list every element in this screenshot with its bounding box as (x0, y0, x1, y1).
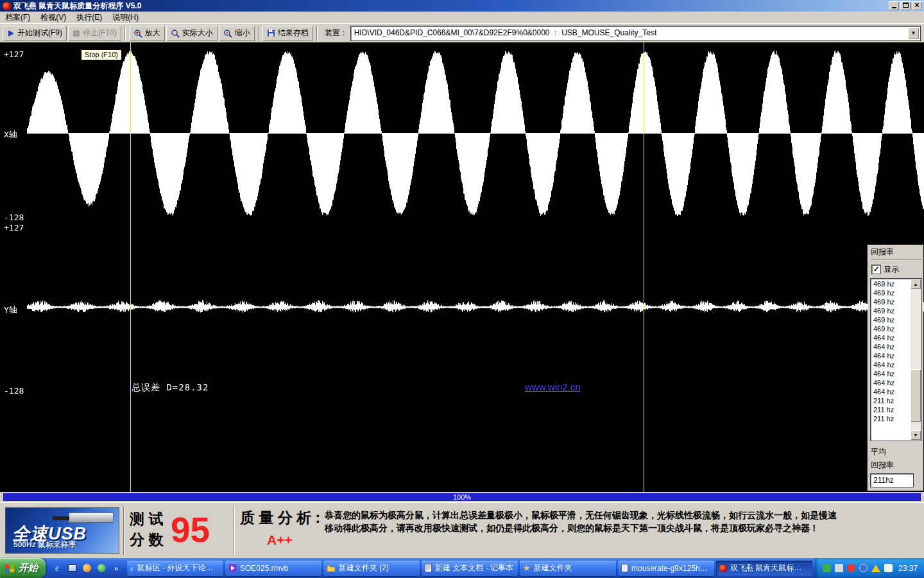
rate-item[interactable]: 469 hz (871, 315, 911, 324)
average-rate-value: 211hz (871, 474, 913, 487)
tray-icon-4[interactable] (859, 564, 868, 572)
clock[interactable]: 23:37 (898, 564, 918, 573)
close-icon: × (912, 1, 922, 10)
device-value: HID\VID_046D&PID_C066&MI_00\7&D92E2F9%0&… (352, 28, 908, 39)
star-icon: ★ (523, 563, 531, 573)
task-button-browser[interactable]: e 鼠标区 - 外设天下论… (127, 561, 223, 576)
menu-file[interactable]: 档案(F) (0, 12, 35, 24)
close-button[interactable]: × (912, 1, 922, 10)
rate-item[interactable]: 211 hz (871, 405, 911, 414)
rate-item[interactable]: 469 hz (871, 306, 911, 315)
x-axis-max-label: +127 (4, 49, 24, 59)
rate-item[interactable]: 464 hz (871, 387, 911, 396)
task-button-mouserate[interactable]: mouserate-g9x125hz… (618, 561, 714, 576)
y-axis-max-label: +127 (4, 223, 24, 232)
watermark-link[interactable]: www.win2.cn (525, 381, 581, 392)
tray-icon-3[interactable] (847, 564, 855, 572)
quicklaunch-messenger-icon[interactable] (98, 564, 106, 572)
result-panel: 全速USB 500Hz 鼠标采样率 测 试 分 数 95 质 量 分 析 : A… (0, 502, 924, 558)
menu-run[interactable]: 执行(E) (71, 12, 107, 24)
chevron-down-icon[interactable]: ▼ (908, 28, 919, 39)
save-icon (267, 29, 275, 37)
task-button-folder-2[interactable]: 新建文件夹 (2) (323, 561, 420, 576)
toolbar-separator (258, 26, 259, 40)
tray-icon-1[interactable] (823, 564, 831, 572)
rate-item[interactable]: 211 hz (871, 414, 911, 423)
task-button-notepad[interactable]: 新建 文本文档 - 记事本 (422, 561, 518, 576)
task-button-media-file[interactable]: SOE025.rmvb (225, 561, 321, 576)
rate-item[interactable]: 464 hz (871, 378, 911, 387)
list-scrollbar[interactable]: ▲ ▼ (911, 279, 921, 440)
zoom-out-label: 缩小 (235, 28, 250, 39)
menu-help[interactable]: 说明(H) (107, 12, 144, 24)
usb-banner: 全速USB 500Hz 鼠标采样率 (5, 507, 119, 554)
score-caption-2: 分 数 (130, 530, 163, 550)
device-combobox[interactable]: HID\VID_046D&PID_C066&MI_00\7&D92E2F9%0&… (351, 26, 920, 40)
analysis-line-1: 恭喜您的鼠标为极高分鼠，计算出总误差量极极小，鼠标极平滑，无任何锯齿现象，光标线… (325, 509, 921, 521)
x-axis-min-label: -128 (4, 213, 24, 222)
menu-view[interactable]: 检视(V) (35, 12, 71, 24)
rate-item[interactable]: 464 hz (871, 360, 911, 369)
device-label: 装置： (325, 28, 348, 39)
quicklaunch-media-icon[interactable] (83, 564, 91, 572)
task-button-folder[interactable]: ★ 新建文件夹 (520, 561, 616, 576)
stop-button[interactable]: 停止(F10) (68, 26, 121, 41)
scroll-up-icon[interactable]: ▲ (911, 279, 921, 289)
rate-item[interactable]: 211 hz (871, 396, 911, 405)
divider (123, 506, 124, 555)
waveform-plot: +127 X轴 -128 +127 Y轴 -128 总误差 D=28.32 ww… (0, 42, 924, 492)
stop-label: 停止(F10) (83, 28, 117, 39)
y-axis-label: Y轴 (4, 304, 17, 316)
rate-item[interactable]: 464 hz (871, 342, 911, 351)
rate-item[interactable]: 464 hz (871, 333, 911, 342)
scroll-down-icon[interactable]: ▼ (911, 430, 921, 440)
progress-row: 100% (0, 492, 924, 502)
usb-plug-icon (69, 512, 114, 523)
start-menu-button[interactable]: 开始 (0, 558, 46, 578)
tray-icon-5[interactable] (871, 565, 880, 572)
task-button-analyzer-active[interactable]: 双飞燕 鼠青天鼠标质… (716, 561, 812, 576)
minimize-button[interactable] (889, 1, 899, 10)
divider (234, 506, 235, 555)
rate-item[interactable]: 469 hz (871, 297, 911, 306)
document-icon (621, 564, 628, 572)
progress-bar: 100% (3, 493, 921, 501)
analysis-text: 恭喜您的鼠标为极高分鼠，计算出总误差量极极小，鼠标极平滑，无任何锯齿现象，光标线… (325, 509, 921, 534)
rate-item[interactable]: 469 hz (871, 279, 911, 288)
report-rate-panel: 回报率 ✓ 显示 469 hz 469 hz 469 hz 469 hz 469… (868, 245, 923, 491)
show-desktop-icon[interactable] (68, 565, 76, 572)
minimize-icon (892, 7, 896, 8)
zoom-out-button[interactable]: 缩小 (219, 26, 255, 41)
grade-value: A++ (267, 532, 293, 548)
quicklaunch-ie-icon[interactable]: e (52, 563, 62, 574)
maximize-button[interactable] (900, 1, 911, 10)
title-bar: 双飞燕 鼠青天鼠标质量分析程序 V5.0 × (0, 0, 924, 12)
tray-icon-6[interactable] (884, 564, 893, 572)
stop-tooltip: Stop (F10) (81, 49, 122, 60)
start-test-button[interactable]: 开始测试(F9) (3, 26, 67, 41)
actual-size-button[interactable]: 实际大小 (166, 26, 218, 41)
start-test-label: 开始测试(F9) (17, 28, 62, 39)
menu-bar: 档案(F) 检视(V) 执行(E) 说明(H) (0, 12, 924, 23)
scrollbar-thumb[interactable] (911, 369, 921, 422)
quicklaunch-overflow-icon[interactable]: » (111, 563, 121, 574)
show-checkbox[interactable]: ✓ (872, 265, 880, 274)
rate-item[interactable]: 469 hz (871, 288, 911, 297)
rate-item[interactable]: 469 hz (871, 324, 911, 333)
rate-item[interactable]: 464 hz (871, 351, 911, 360)
system-tray: 23:37 (815, 558, 924, 578)
save-results-button[interactable]: 结果存档 (262, 26, 313, 41)
analysis-line-2: 移动得此极高分，请再改用极快速测试，如仍是得此极高分，则您的鼠标是天下第一顶尖战… (325, 521, 921, 534)
zoom-in-button[interactable]: 放大 (129, 26, 165, 41)
average-label-1: 平均 (871, 446, 921, 457)
tray-icon-2[interactable] (835, 564, 843, 572)
score-value: 95 (171, 504, 210, 556)
app-logo-icon (3, 2, 11, 10)
rate-item[interactable]: 464 hz (871, 369, 911, 378)
average-label-2: 回报率 (871, 460, 921, 471)
report-rate-title: 回报率 (871, 247, 921, 259)
total-error-readout: 总误差 D=28.32 (132, 382, 209, 394)
window-title: 双飞燕 鼠青天鼠标质量分析程序 V5.0 (13, 1, 889, 12)
toolbar: 开始测试(F9) 停止(F10) 放大 实际大小 缩小 结果存档 装置： HID… (0, 23, 924, 42)
ie-icon: e (130, 563, 134, 574)
